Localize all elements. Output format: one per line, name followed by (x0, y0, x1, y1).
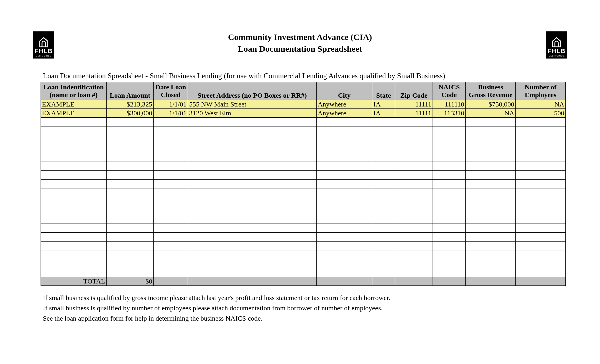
col-address: Street Address (no PO Boxes or RR#) (188, 82, 317, 100)
table-cell (372, 215, 395, 224)
table-cell (154, 259, 188, 268)
table-cell (516, 215, 566, 224)
table-row-total: TOTAL$0 (41, 277, 566, 286)
table-cell (41, 268, 107, 277)
table-cell (516, 206, 566, 215)
table-cell (466, 206, 516, 215)
table-cell (433, 250, 466, 259)
table-cell (433, 242, 466, 250)
table-row-empty (41, 162, 566, 171)
table-cell (154, 197, 188, 206)
table-cell (516, 180, 566, 188)
table-row-empty (41, 242, 566, 250)
table-cell (154, 118, 188, 126)
table-cell (41, 224, 107, 233)
table-cell (154, 153, 188, 162)
table-cell (395, 206, 433, 215)
table-cell (154, 224, 188, 233)
table-cell (516, 242, 566, 250)
table-row-empty (41, 118, 566, 126)
table-cell (107, 197, 154, 206)
table-cell (188, 215, 317, 224)
table-cell (372, 277, 395, 286)
table-cell (107, 206, 154, 215)
table-row-empty (41, 144, 566, 153)
table-cell (466, 171, 516, 180)
table-cell (317, 268, 372, 277)
table-cell: TOTAL (41, 277, 107, 286)
logo-subtext: DES MOINES (36, 55, 51, 57)
title-line-2: Loan Documentation Spreadsheet (238, 44, 362, 53)
table-cell: IA (372, 100, 395, 109)
table-cell (317, 197, 372, 206)
table-cell (516, 250, 566, 259)
table-cell (154, 135, 188, 144)
table-cell (188, 162, 317, 171)
table-row-empty (41, 126, 566, 135)
table-cell (317, 215, 372, 224)
table-cell: 113310 (433, 109, 466, 118)
table-row-empty (41, 224, 566, 233)
table-row-empty (41, 259, 566, 268)
table-row-empty (41, 206, 566, 215)
table-cell (433, 188, 466, 197)
table-cell (41, 188, 107, 197)
table-cell (107, 153, 154, 162)
table-row-empty (41, 233, 566, 242)
table-cell: $300,000 (107, 109, 154, 118)
table-cell: Anywhere (317, 109, 372, 118)
table-cell (395, 277, 433, 286)
table-cell (188, 171, 317, 180)
table-cell (317, 180, 372, 188)
table-cell: $0 (107, 277, 154, 286)
table-cell (433, 277, 466, 286)
table-cell: 1/1/01 (154, 109, 188, 118)
table-cell (107, 162, 154, 171)
table-cell (433, 224, 466, 233)
table-cell (466, 188, 516, 197)
table-row-empty (41, 180, 566, 188)
table-cell (372, 224, 395, 233)
table-cell (433, 206, 466, 215)
table-cell (107, 250, 154, 259)
table-cell (41, 118, 107, 126)
page-title: Community Investment Advance (CIA) Loan … (0, 31, 600, 55)
table-cell (372, 233, 395, 242)
table-cell (433, 259, 466, 268)
table-cell: 3120 West Elm (188, 109, 317, 118)
table-cell (466, 118, 516, 126)
table-cell (433, 233, 466, 242)
table-cell (466, 268, 516, 277)
table-row-empty (41, 268, 566, 277)
table-cell (317, 118, 372, 126)
table-cell (317, 188, 372, 197)
table-cell (41, 126, 107, 135)
col-loan-amount: Loan Amount (107, 82, 154, 100)
table-cell (372, 259, 395, 268)
table-cell (372, 126, 395, 135)
table-cell (317, 153, 372, 162)
house-icon (38, 37, 49, 48)
table-cell (188, 197, 317, 206)
table-cell (107, 215, 154, 224)
table-cell (41, 215, 107, 224)
table-cell (317, 126, 372, 135)
table-cell (516, 259, 566, 268)
table-cell (41, 162, 107, 171)
col-employees: Number ofEmployees (516, 82, 566, 100)
table-cell (188, 224, 317, 233)
table-row-empty (41, 135, 566, 144)
table-cell (372, 268, 395, 277)
table-cell (516, 118, 566, 126)
table-cell (516, 188, 566, 197)
table-cell (188, 153, 317, 162)
table-cell (433, 118, 466, 126)
table-cell: 11111 (395, 109, 433, 118)
table-cell (433, 215, 466, 224)
table-cell (41, 250, 107, 259)
table-cell: 11111 (395, 100, 433, 109)
table-cell (41, 144, 107, 153)
table-cell (433, 162, 466, 171)
table-cell (154, 242, 188, 250)
table-cell (372, 180, 395, 188)
